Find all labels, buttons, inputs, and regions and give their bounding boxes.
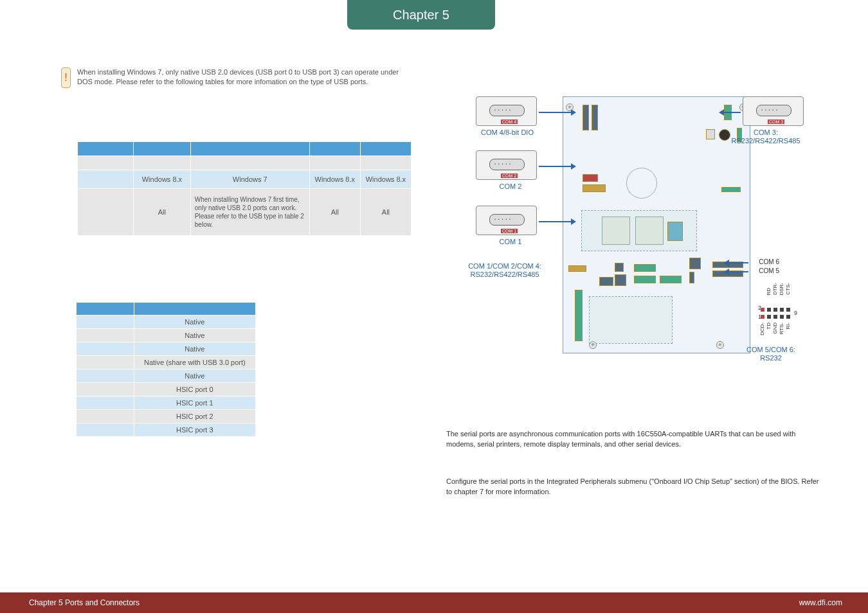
install-note: ! When installing Windows 7, only native… xyxy=(61,67,408,88)
tbl1-r3c3: Windows 7 xyxy=(190,170,309,189)
com3-port-icon: • • • • • COM 3 xyxy=(743,96,804,126)
t2r9: HSIC port 3 xyxy=(134,423,255,437)
header-icon xyxy=(689,272,694,283)
com4-port-icon: • • • • • COM 4 xyxy=(476,96,537,126)
connector-icon xyxy=(583,174,598,182)
pin-9-label: 9 xyxy=(794,310,797,316)
bios-config-paragraph: Configure the serial ports in the Integr… xyxy=(446,477,819,497)
tbl1-r3c2: Windows 8.x xyxy=(134,170,191,189)
footer-right: www.dfi.com xyxy=(799,598,842,607)
header-icon xyxy=(592,105,598,130)
chip-icon xyxy=(635,217,664,245)
t2r5: Native xyxy=(134,369,255,383)
com1-label: COM 1 xyxy=(491,238,530,246)
connector-icon xyxy=(634,264,656,272)
header-icon xyxy=(615,274,626,286)
t2r1: Native xyxy=(134,315,255,329)
board-diagram: ✳ ✳ ✳ ✳ xyxy=(450,84,810,398)
tbl1-r4c3: When installing Windows 7 first time, on… xyxy=(190,189,309,236)
connector-icon xyxy=(583,184,606,192)
t2r3: Native xyxy=(134,342,255,356)
circle-component-icon xyxy=(626,168,657,199)
pin-label-rts: RTS- xyxy=(779,323,784,335)
t2r7: HSIC port 1 xyxy=(134,396,255,410)
chip-icon xyxy=(602,217,630,245)
socket-outline-icon xyxy=(589,296,673,344)
tbl1-r4c2: All xyxy=(134,189,191,236)
warning-icon: ! xyxy=(61,67,71,88)
com2-label: COM 2 xyxy=(491,182,530,191)
connector-icon xyxy=(660,276,682,283)
arrow-icon xyxy=(729,271,748,272)
connector-icon xyxy=(568,265,586,272)
usb-os-table: Windows 8.x Windows 7 Windows 8.x Window… xyxy=(77,141,411,236)
com3-line1: COM 3: xyxy=(754,129,778,136)
pin-label-td: TD xyxy=(766,323,772,330)
com1-port-icon: • • • • • COM 1 xyxy=(476,206,537,235)
tbl1-r3c5: Windows 8.x xyxy=(360,170,411,189)
tbl1-r4c4: All xyxy=(309,189,360,236)
header-icon xyxy=(599,277,613,286)
pin-2-label: 2 xyxy=(758,305,761,311)
com124-title: COM 1/COM 2/COM 4: RS232/RS422/RS485 xyxy=(450,262,559,278)
arrow-icon xyxy=(539,166,571,167)
com3-line2: RS232/RS422/RS485 xyxy=(731,137,800,145)
t2r4: Native (share with USB 3.0 port) xyxy=(134,356,255,369)
screw-icon: ✳ xyxy=(716,341,724,349)
tbl1-r4c5: All xyxy=(360,189,411,236)
com2-port-icon: • • • • • COM 2 xyxy=(476,150,537,180)
header-icon xyxy=(583,105,589,130)
connector-icon xyxy=(575,290,583,341)
pin-label-dsr: DSR- xyxy=(779,283,784,296)
pin-1-label: 1 xyxy=(758,314,761,320)
arrow-icon xyxy=(539,112,571,113)
arrow-icon xyxy=(729,262,748,263)
pin-label-cts: CTS- xyxy=(785,283,791,295)
com5-label: COM 5 xyxy=(759,267,779,274)
connector-icon xyxy=(721,187,741,192)
com124-title-line1: COM 1/COM 2/COM 4: xyxy=(468,262,541,270)
com4-label: COM 4/8-bit DIO xyxy=(472,129,543,137)
arrow-icon xyxy=(539,221,571,222)
arrow-icon xyxy=(724,112,741,113)
header-icon xyxy=(689,258,701,269)
com56-line1: COM 5/COM 6: xyxy=(746,346,795,353)
tbl1-r3c4: Windows 8.x xyxy=(309,170,360,189)
com56-line2: RS232 xyxy=(760,354,782,362)
serial-ports-paragraph: The serial ports are asynchronous commun… xyxy=(446,429,819,450)
page-footer: Chapter 5 Ports and Connectors www.dfi.c… xyxy=(0,592,868,613)
pin-header-diagram xyxy=(760,307,791,319)
usb-type-table: Native Native Native Native (share with … xyxy=(76,302,256,437)
com56-label: COM 5/COM 6: RS232 xyxy=(729,346,813,362)
com6-label: COM 6 xyxy=(759,258,779,265)
com3-label: COM 3: RS232/RS422/RS485 xyxy=(718,129,814,145)
pin-label-gnd: GND xyxy=(772,323,778,334)
install-note-text: When installing Windows 7, only native U… xyxy=(77,67,408,87)
connector-icon xyxy=(706,129,715,139)
footer-left: Chapter 5 Ports and Connectors xyxy=(29,598,140,607)
pin-label-ri: RI- xyxy=(785,323,791,330)
pin-label-rd: RD xyxy=(766,288,772,296)
chapter-tab: Chapter 5 xyxy=(347,0,495,30)
t2r8: HSIC port 2 xyxy=(134,410,255,423)
pin-label-dtr: DTR- xyxy=(772,283,778,295)
chip-icon xyxy=(667,222,683,241)
com124-title-line2: RS232/RS422/RS485 xyxy=(470,271,539,278)
pin-label-dcd: DCD- xyxy=(759,323,765,335)
header-icon xyxy=(615,263,624,272)
connector-icon xyxy=(634,276,656,283)
t2r2: Native xyxy=(134,329,255,342)
t2r6: HSIC port 0 xyxy=(134,383,255,396)
